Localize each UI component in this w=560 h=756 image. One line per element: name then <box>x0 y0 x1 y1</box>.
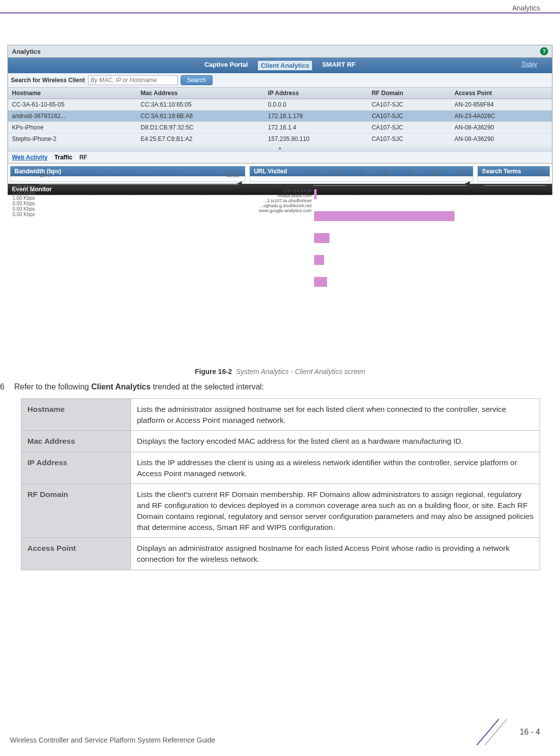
column-header[interactable]: RF Domain <box>368 88 450 99</box>
desc-key: IP Address <box>21 452 131 484</box>
page-header-section: Analytics <box>512 4 540 12</box>
footer-guide-title: Wireless Controller and Service Platform… <box>10 736 215 744</box>
desc-key: RF Domain <box>21 484 131 538</box>
axis-tick: 80 <box>408 171 413 176</box>
desc-row: HostnameLists the administrator assigned… <box>21 399 540 431</box>
sub-tab-traffic[interactable]: Traffic <box>54 154 72 161</box>
tab-smart-rf[interactable]: SMART RF <box>322 61 355 70</box>
url-bar <box>314 277 327 287</box>
table-row[interactable]: KPs-iPhoneD8:D1:CB:97:32:5C172.16.1.4CA1… <box>8 122 552 133</box>
table-row[interactable]: CC-3A-61-10-65-05CC:3A:61:10:65:050.0.0.… <box>8 99 552 111</box>
axis-tick: ...2.ts107.ta.obsdfortinet <box>252 198 312 203</box>
footer-page-number: 16 - 4 <box>520 728 540 737</box>
sub-tab-rf[interactable]: RF <box>79 154 87 161</box>
table-cell: KPs-iPhone <box>8 122 137 133</box>
axis-tick: 1.00 Kbps <box>12 190 35 195</box>
axis-tick: 0.00 Kbps <box>12 206 35 212</box>
desc-key: Hostname <box>21 399 131 431</box>
column-header[interactable]: Hostname <box>8 88 137 99</box>
app-title: Analytics <box>12 48 41 55</box>
table-cell: CC-3A-61-10-65-05 <box>8 99 137 111</box>
desc-value: Lists the client's current RF Domain mem… <box>131 484 540 538</box>
column-header[interactable]: IP Address <box>264 88 367 99</box>
table-cell: E4:25:E7:C6:B1:A2 <box>137 133 264 145</box>
sub-tabs: Web Activity Traffic RF <box>8 152 552 163</box>
axis-tick: 08:50 <box>226 173 239 178</box>
desc-row: Access PointDisplays an administrator as… <box>21 538 540 570</box>
collapse-icon[interactable]: ◀ <box>464 179 470 187</box>
tab-client-analytics[interactable]: Client Analytics <box>258 61 312 70</box>
axis-tick: www.google-analytics.com <box>252 208 312 213</box>
table-cell: 172.16.1.178 <box>264 111 367 122</box>
help-icon[interactable]: ? <box>540 47 548 55</box>
axis-tick: mdata.avast.com <box>252 193 312 198</box>
table-cell: CA107-SJC <box>368 133 450 145</box>
desc-row: Mac AddressDisplays the factory encoded … <box>21 431 540 452</box>
table-cell: CA107-SJC <box>368 99 450 111</box>
tab-captive-portal[interactable]: Captive Portal <box>205 61 248 70</box>
page-top-rule <box>0 12 560 13</box>
table-cell: AN-08-A36290 <box>450 122 552 133</box>
axis-tick: 1.00 Kbps <box>12 184 35 190</box>
desc-value: Lists the administrator assigned hostnam… <box>131 399 540 431</box>
main-tabs: Captive Portal Client Analytics SMART RF… <box>8 58 552 73</box>
desc-row: IP AddressLists the IP addresses the cli… <box>21 452 540 484</box>
panel-bandwidth: Bandwidth (bps) ◀ 1.00 Kbps1.00 Kbps1.00… <box>10 166 245 182</box>
panel-urls: URL Visited ◀ 173.194.43.35mdata.avast.c… <box>249 166 474 182</box>
screenshot-container: Analytics ? Captive Portal Client Analyt… <box>7 45 553 195</box>
axis-tick: ...oghads.g.doubleclck.net <box>252 203 312 208</box>
desc-row: RF DomainLists the client's current RF D… <box>21 484 540 538</box>
collapse-icon[interactable]: ◀ <box>236 179 242 187</box>
splitter-handle[interactable]: ▲ <box>8 145 552 152</box>
figure-label: Figure 16-2 <box>195 368 232 376</box>
table-cell: CA107-SJC <box>368 111 450 122</box>
axis-tick: 40 <box>359 171 365 176</box>
figure-caption-text: System Analytics - Client Analytics scre… <box>236 368 365 376</box>
url-bar <box>314 255 325 265</box>
desc-key: Access Point <box>21 538 131 570</box>
panel-urls-body: ◀ 173.194.43.35mdata.avast.com...2.ts107… <box>250 176 473 181</box>
sub-tab-web-activity[interactable]: Web Activity <box>12 154 47 161</box>
client-table: HostnameMac AddressIP AddressRF DomainAc… <box>8 88 552 145</box>
axis-tick: 60 <box>383 171 389 176</box>
table-cell: AN-23-4A026C <box>450 111 552 122</box>
footer-slash-icon <box>471 718 511 746</box>
axis-tick: 100 <box>432 171 441 176</box>
url-bar <box>314 233 330 243</box>
table-cell: 172.16.1.4 <box>264 122 367 133</box>
search-label: Search for Wireless Client <box>11 77 85 84</box>
desc-value: Displays the factory encoded MAC address… <box>131 431 540 452</box>
today-link[interactable]: Today <box>521 61 537 68</box>
axis-tick: 0.00 Kbps <box>12 201 35 206</box>
panels-row: Bandwidth (bps) ◀ 1.00 Kbps1.00 Kbps1.00… <box>8 163 552 184</box>
axis-tick: 173.194.43.35 <box>252 188 312 193</box>
axis-tick: 20 <box>540 171 546 176</box>
table-cell: AN-20-858F84 <box>450 99 552 111</box>
footer-page: 16 - 4 <box>471 718 540 746</box>
table-cell: 157.235.90.110 <box>264 133 367 145</box>
desc-value: Lists the IP addresses the client is usi… <box>131 452 540 484</box>
column-header[interactable]: Mac Address <box>137 88 264 99</box>
search-button[interactable]: Search <box>181 75 213 85</box>
table-row[interactable]: android-38793182...CC:3A:61:19:6B:A6172.… <box>8 111 552 122</box>
column-header[interactable]: Access Point <box>450 88 552 99</box>
table-cell: D8:D1:CB:97:32:5C <box>137 122 264 133</box>
axis-tick: 120 <box>459 171 467 176</box>
step-text-before: Refer to the following <box>14 382 91 391</box>
step-bold: Client Analytics <box>91 382 150 391</box>
search-row: Search for Wireless Client Search <box>8 73 552 88</box>
table-cell: CC:3A:61:19:6B:A6 <box>137 111 264 122</box>
figure-caption: Figure 16-2 System Analytics - Client An… <box>0 368 560 376</box>
axis-tick: 0 <box>484 171 487 176</box>
table-cell: CA107-SJC <box>368 122 450 133</box>
table-row[interactable]: Stephs-iPhone-2E4:25:E7:C6:B1:A2157.235.… <box>8 133 552 145</box>
panel-search-terms: Search Terms 020 <box>477 166 550 182</box>
desc-value: Displays an administrator assigned hostn… <box>131 538 540 570</box>
step-number: 6 <box>0 382 12 391</box>
step-6-text: 6 Refer to the following Client Analytic… <box>0 382 540 391</box>
table-cell: AN-08-A36290 <box>450 133 552 145</box>
table-cell: 0.0.0.0 <box>264 99 367 111</box>
url-bar <box>314 189 317 199</box>
axis-tick: 0 <box>314 171 317 176</box>
search-input[interactable] <box>88 75 178 85</box>
